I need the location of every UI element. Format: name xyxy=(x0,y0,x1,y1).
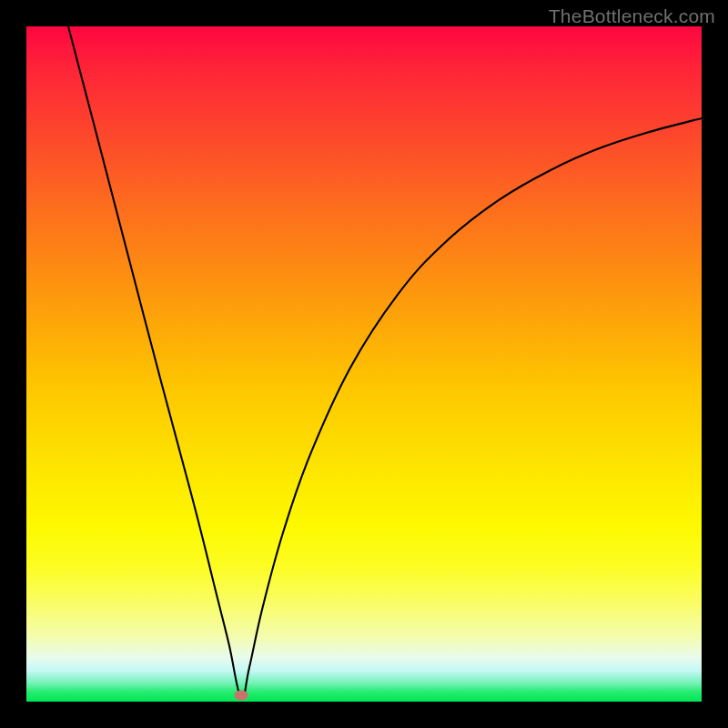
bottleneck-curve xyxy=(26,26,702,702)
chart-plot-area xyxy=(26,26,702,702)
watermark-text: TheBottleneck.com xyxy=(549,5,715,27)
optimal-point-marker xyxy=(234,691,248,701)
bottleneck-curve-path xyxy=(68,26,702,699)
